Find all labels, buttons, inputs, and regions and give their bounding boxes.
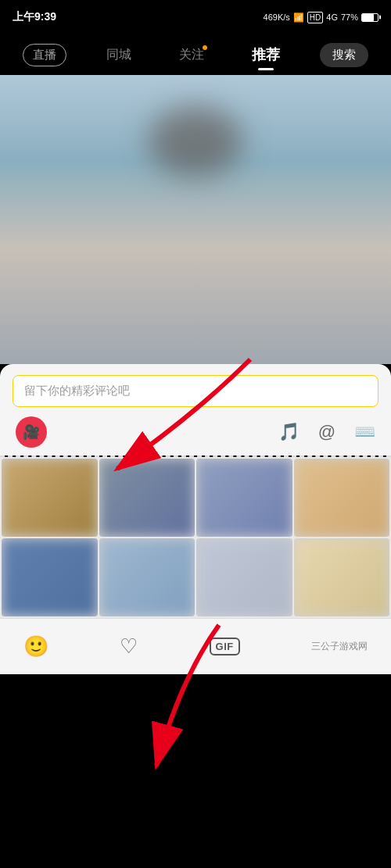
nav-search-button[interactable]: 搜索: [320, 43, 368, 67]
signal-4g-icon: 4G: [326, 13, 338, 22]
sticker-cell[interactable]: [2, 459, 98, 537]
hd-icon: HD: [307, 12, 323, 23]
battery-icon: [361, 13, 378, 22]
status-right: 469K/s 📶 HD 4G 77%: [264, 12, 378, 23]
comment-placeholder: 留下你的精彩评论吧: [24, 384, 130, 397]
comment-toolbar: 🎥 🎵 @ ⌨️: [13, 416, 378, 448]
comment-input[interactable]: 留下你的精彩评论吧: [13, 375, 378, 407]
battery-fill: [362, 14, 374, 21]
keyboard-icon[interactable]: ⌨️: [354, 422, 375, 442]
heart-icon[interactable]: ♡: [120, 634, 138, 659]
music-add-icon[interactable]: 🎵: [278, 422, 300, 442]
following-dot: [203, 45, 207, 50]
toolbar-left: 🎥: [16, 416, 47, 448]
status-bar: 上午9:39 469K/s 📶 HD 4G 77%: [0, 0, 391, 34]
watermark: 三公子游戏网: [311, 640, 368, 653]
at-icon[interactable]: @: [318, 422, 335, 442]
bottom-toolbar: 🙂 ♡ GIF 三公子游戏网: [0, 618, 391, 674]
sticker-cell[interactable]: [294, 459, 390, 537]
nav-following[interactable]: 关注: [171, 42, 212, 68]
sticker-cell[interactable]: [196, 538, 292, 616]
video-camera-icon: 🎥: [23, 423, 40, 441]
nav-live[interactable]: 直播: [23, 44, 66, 66]
gif-button[interactable]: GIF: [210, 638, 240, 655]
comment-area: 留下你的精彩评论吧 🎥 🎵 @ ⌨️: [0, 364, 391, 455]
video-blur-object: [149, 106, 242, 177]
status-time: 上午9:39: [13, 10, 56, 24]
video-comment-button[interactable]: 🎥: [16, 416, 47, 448]
sticker-cell[interactable]: [196, 459, 292, 537]
sticker-cell[interactable]: [2, 538, 98, 616]
sticker-grid: [0, 457, 391, 618]
toolbar-right: 🎵 @ ⌨️: [278, 422, 375, 442]
sticker-cell[interactable]: [99, 459, 196, 537]
nav-nearby[interactable]: 同城: [99, 42, 139, 68]
emoji-icon[interactable]: 🙂: [23, 634, 48, 659]
nav-recommended[interactable]: 推荐: [244, 41, 288, 69]
video-area: [0, 75, 391, 364]
network-speed: 469K/s: [264, 13, 290, 22]
nav-bar: 直播 同城 关注 推荐 搜索: [0, 34, 391, 75]
sticker-cell[interactable]: [99, 538, 196, 616]
sticker-cell[interactable]: [294, 538, 390, 616]
battery-label: 77%: [341, 13, 358, 22]
signal-icon: 📶: [293, 13, 304, 23]
